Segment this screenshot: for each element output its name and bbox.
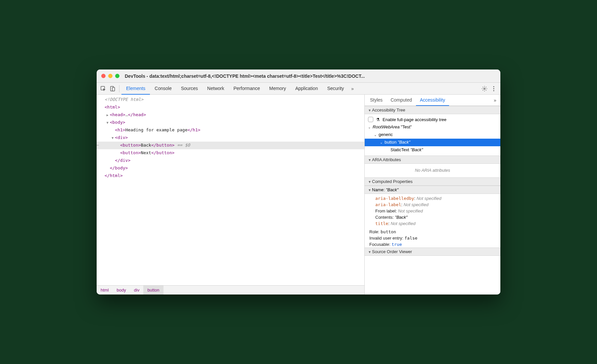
aria-section[interactable]: ▼ARIA Attributes xyxy=(365,156,500,164)
maximize-icon[interactable] xyxy=(115,74,119,78)
separator xyxy=(119,85,119,92)
svg-point-4 xyxy=(493,86,494,87)
tab-sources[interactable]: Sources xyxy=(176,83,203,95)
tab-performance[interactable]: Performance xyxy=(229,83,264,95)
name-value: "Back" xyxy=(386,187,398,192)
tab-console[interactable]: Console xyxy=(150,83,176,95)
a11y-node[interactable]: ⌄button "Back" xyxy=(365,139,500,146)
svg-point-6 xyxy=(493,90,494,91)
main-toolbar: ElementsConsoleSourcesNetworkPerformance… xyxy=(97,83,500,95)
tab-memory[interactable]: Memory xyxy=(265,83,291,95)
dom-line[interactable]: </div> xyxy=(97,157,364,164)
elements-panel: <!DOCTYPE html> <html> ▶<head>…</head> ▼… xyxy=(97,95,365,295)
inspect-icon[interactable] xyxy=(99,84,108,93)
dom-tree[interactable]: <!DOCTYPE html> <html> ▶<head>…</head> ▼… xyxy=(97,95,364,285)
name-label: Name: xyxy=(372,187,385,192)
close-icon[interactable] xyxy=(101,74,106,78)
source-order-section[interactable]: ▼Source Order Viewer xyxy=(365,248,500,256)
dom-line[interactable]: <!DOCTYPE html> xyxy=(97,96,364,104)
dom-line[interactable]: <h1>Heading for example page</h1> xyxy=(97,126,364,134)
dom-line[interactable]: <button>Next</button> xyxy=(97,149,364,157)
section-title: Source Order Viewer xyxy=(372,249,412,254)
a11y-node[interactable]: ⌄RootWebArea "Test" xyxy=(365,123,500,131)
settings-gear-icon[interactable] xyxy=(480,84,489,93)
invalid-row: Invalid user entry: false xyxy=(365,235,500,241)
dom-line[interactable]: ▼<body> xyxy=(97,119,364,126)
sidebar-tabs: StylesComputedAccessibility » xyxy=(365,95,500,106)
sidebar: StylesComputedAccessibility » ▼Accessibi… xyxy=(365,95,500,295)
a11y-node[interactable]: StaticText "Back" xyxy=(365,146,500,154)
crumb-button[interactable]: button xyxy=(143,286,163,295)
breadcrumb: htmlbodydivbutton xyxy=(97,285,364,295)
tab-elements[interactable]: Elements xyxy=(121,83,150,95)
dom-line[interactable]: </body> xyxy=(97,164,364,172)
svg-point-3 xyxy=(484,88,485,89)
name-source-row: From label: Not specified xyxy=(365,208,500,214)
accessibility-tree-section[interactable]: ▼Accessibility Tree xyxy=(365,106,500,114)
sidebar-tab-styles[interactable]: Styles xyxy=(366,95,387,106)
title-bar: DevTools - data:text/html;charset=utf-8,… xyxy=(97,69,500,83)
traffic-lights xyxy=(101,74,119,78)
name-source-row: Contents: "Back" xyxy=(365,214,500,220)
name-source-row: title: Not specified xyxy=(365,220,500,227)
crumb-body[interactable]: body xyxy=(113,286,130,295)
device-toggle-icon[interactable] xyxy=(108,84,117,93)
sidebar-tab-accessibility[interactable]: Accessibility xyxy=(416,95,449,106)
minimize-icon[interactable] xyxy=(108,74,113,78)
name-source-row: aria-labelledby: Not specified xyxy=(365,195,500,202)
main-area: <!DOCTYPE html> <html> ▶<head>…</head> ▼… xyxy=(97,95,500,295)
section-title: Accessibility Tree xyxy=(372,108,405,113)
dom-line[interactable]: ▼<div> xyxy=(97,134,364,142)
accessibility-panel: ▼Accessibility Tree ⚗ Enable full-page a… xyxy=(365,106,500,295)
tab-security[interactable]: Security xyxy=(323,83,349,95)
tab-application[interactable]: Application xyxy=(291,83,323,95)
experiment-flask-icon: ⚗ xyxy=(376,117,380,122)
focusable-row: Focusable: true xyxy=(365,241,500,248)
dom-line[interactable]: <button>Back</button> == $0 xyxy=(97,142,364,149)
tabs-overflow-icon[interactable]: » xyxy=(348,86,356,91)
enable-full-tree-checkbox[interactable] xyxy=(368,117,373,122)
dom-line[interactable]: ▶<head>…</head> xyxy=(97,111,364,119)
computed-props-section[interactable]: ▼Computed Properties xyxy=(365,177,500,186)
name-property-header[interactable]: ▼Name: "Back" xyxy=(365,186,500,194)
crumb-html[interactable]: html xyxy=(97,286,113,295)
crumb-div[interactable]: div xyxy=(130,286,144,295)
a11y-tree[interactable]: ⌄RootWebArea "Test"⌄generic⌄button "Back… xyxy=(365,123,500,154)
devtools-window: DevTools - data:text/html;charset=utf-8,… xyxy=(97,69,500,295)
aria-empty-text: No ARIA attributes xyxy=(365,165,500,175)
enable-label: Enable full-page accessibility tree xyxy=(383,117,446,122)
dom-line[interactable]: <html> xyxy=(97,104,364,111)
section-title: ARIA Attributes xyxy=(372,157,401,162)
svg-rect-2 xyxy=(113,87,115,91)
dom-line[interactable]: </html> xyxy=(97,172,364,180)
name-source-row: aria-label: Not specified xyxy=(365,202,500,208)
svg-point-5 xyxy=(493,88,494,89)
role-row: Role: button xyxy=(365,229,500,235)
sidebar-tab-computed[interactable]: Computed xyxy=(387,95,416,106)
a11y-node[interactable]: ⌄generic xyxy=(365,131,500,139)
tab-network[interactable]: Network xyxy=(203,83,229,95)
enable-full-tree-row: ⚗ Enable full-page accessibility tree xyxy=(365,115,500,123)
section-title: Computed Properties xyxy=(372,179,413,184)
sidebar-overflow-icon[interactable]: » xyxy=(491,98,499,103)
window-title: DevTools - data:text/html;charset=utf-8,… xyxy=(125,73,496,79)
kebab-menu-icon[interactable] xyxy=(489,84,498,93)
